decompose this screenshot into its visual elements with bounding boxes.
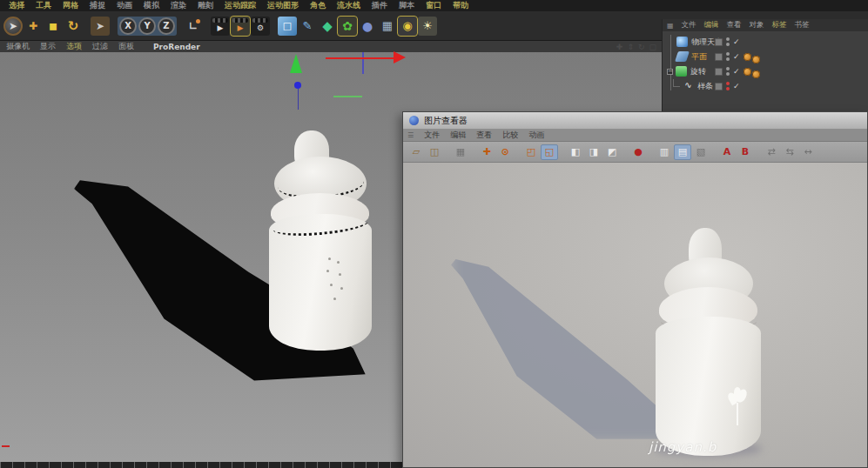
om-menu-objects[interactable]: 对象 xyxy=(750,20,764,30)
y-axis-arrow[interactable] xyxy=(290,54,302,73)
fit-horizontal-icon[interactable]: ◨ xyxy=(585,144,602,160)
texture-tag-icon[interactable] xyxy=(744,53,751,61)
menu-pipeline[interactable]: 流水线 xyxy=(337,0,360,11)
volume-icon[interactable]: ● xyxy=(358,17,377,36)
light-icon[interactable]: ☀ xyxy=(418,17,437,36)
viewport-toggle-icon[interactable]: ▢ xyxy=(649,43,656,51)
menu-mesh[interactable]: 网格 xyxy=(63,0,78,11)
ab-compare-icon[interactable]: ▧ xyxy=(692,144,710,160)
open-file-icon[interactable]: ▱ xyxy=(407,144,425,160)
object-row-physical-sky[interactable]: 物理天空 ✓ xyxy=(663,35,868,49)
object-label[interactable]: 旋转 xyxy=(690,66,706,77)
pv-menu-animation[interactable]: 动画 xyxy=(528,130,544,141)
pv-menu-view[interactable]: 查看 xyxy=(476,130,492,141)
set-as-b-icon[interactable]: B xyxy=(737,144,754,160)
fit-to-view-icon[interactable]: ◧ xyxy=(567,144,584,160)
menu-sculpt[interactable]: 雕刻 xyxy=(198,0,213,11)
menu-window[interactable]: 窗口 xyxy=(426,0,441,11)
rendered-image[interactable]: jingyan.b xyxy=(403,163,867,467)
zoom-view-icon[interactable]: ⊙ xyxy=(496,144,514,160)
hamburger-icon[interactable]: ☰ xyxy=(407,131,414,139)
floor-environment-icon[interactable]: ▦ xyxy=(378,17,397,36)
z-axis-handle[interactable] xyxy=(294,82,301,89)
visibility-dots[interactable] xyxy=(726,67,730,76)
layer-toggle[interactable] xyxy=(715,68,723,76)
collapse-icon[interactable]: − xyxy=(667,69,673,75)
viewport-menu-display[interactable]: 显示 xyxy=(40,41,56,52)
visibility-dots-red[interactable] xyxy=(726,82,730,90)
render-settings-icon[interactable]: ⚙ xyxy=(251,17,270,36)
deformer-icon[interactable]: ✿ xyxy=(338,17,357,36)
pv-menu-compare[interactable]: 比较 xyxy=(502,130,518,141)
viewport-menu-cameras[interactable]: 摄像机 xyxy=(6,41,30,52)
dual-view-icon[interactable]: ▤ xyxy=(674,144,691,160)
menu-script[interactable]: 脚本 xyxy=(399,0,414,11)
swap-ab-icon[interactable]: ⇄ xyxy=(763,144,780,160)
viewport-menu-panel[interactable]: 面板 xyxy=(118,41,134,52)
menu-animate[interactable]: 动画 xyxy=(117,0,132,11)
panel-grid-icon[interactable]: ▦ xyxy=(667,22,674,30)
layer-toggle[interactable] xyxy=(715,53,723,61)
visibility-dots[interactable] xyxy=(726,37,730,46)
texture-tag-icon[interactable] xyxy=(752,70,760,78)
object-label[interactable]: 样条 xyxy=(697,81,713,92)
enable-check-icon[interactable]: ✓ xyxy=(733,67,740,76)
link-ab-icon[interactable]: ⇆ xyxy=(781,144,798,160)
render-view-icon[interactable]: ▶ xyxy=(211,17,230,36)
set-as-a-icon[interactable]: A xyxy=(718,144,736,160)
enable-check-icon[interactable]: ✓ xyxy=(733,52,740,61)
move-view-icon[interactable]: ✚ xyxy=(478,144,495,160)
pv-menu-edit[interactable]: 编辑 xyxy=(450,130,466,141)
viewport-zoom-icon[interactable]: ⇕ xyxy=(627,43,634,51)
viewport-menu-prorender[interactable]: ProRender xyxy=(153,43,200,51)
enable-check-icon[interactable]: ✓ xyxy=(733,82,740,90)
spline-pen-icon[interactable]: ✎ xyxy=(298,17,317,36)
fit-vertical-icon[interactable]: ◩ xyxy=(603,144,621,160)
menu-help[interactable]: 帮助 xyxy=(453,0,468,11)
om-menu-view[interactable]: 查看 xyxy=(727,20,742,30)
menu-plugins[interactable]: 插件 xyxy=(372,0,387,11)
picture-viewer-titlebar[interactable]: 图片查看器 xyxy=(403,112,867,130)
visibility-dots[interactable] xyxy=(726,52,730,61)
layer-toggle[interactable] xyxy=(715,38,723,46)
menu-simulate[interactable]: 模拟 xyxy=(144,0,159,11)
offset-ab-icon[interactable]: ↔ xyxy=(799,144,817,160)
om-menu-edit[interactable]: 编辑 xyxy=(704,20,719,30)
ram-player-icon[interactable]: ● xyxy=(629,144,647,160)
rotate-tool-icon[interactable]: ↻ xyxy=(64,17,83,36)
live-selection-icon[interactable]: ➤ xyxy=(3,17,23,36)
object-row-lathe[interactable]: − 旋转 ✓ xyxy=(663,64,868,78)
histogram-icon[interactable]: ▦ xyxy=(452,144,469,160)
menu-mograph[interactable]: 运动图形 xyxy=(267,0,299,11)
object-label[interactable]: 平面 xyxy=(691,51,707,63)
previous-tool-icon[interactable]: ➤ xyxy=(91,17,110,36)
lock-x-axis-icon[interactable]: X xyxy=(119,17,137,35)
menu-render[interactable]: 渲染 xyxy=(171,0,186,11)
menu-snap[interactable]: 捕捉 xyxy=(90,0,105,11)
move-tool-icon[interactable]: ✚ xyxy=(24,17,43,36)
render-picture-viewer-icon[interactable]: ▶ xyxy=(231,17,250,36)
coordinate-system-icon[interactable]: ∟ xyxy=(184,17,203,36)
save-image-icon[interactable]: ◫ xyxy=(426,144,443,160)
object-row-plane[interactable]: 平面 ✓ xyxy=(663,50,868,64)
lock-y-axis-icon[interactable]: Y xyxy=(138,17,156,35)
viewport-menu-options[interactable]: 选项 xyxy=(66,41,82,52)
layer-toggle[interactable] xyxy=(715,83,723,90)
viewport-menu-filter[interactable]: 过滤 xyxy=(92,41,108,52)
viewport-rotate-icon[interactable]: ↻ xyxy=(638,43,645,51)
menu-motion-tracker[interactable]: 运动跟踪 xyxy=(225,0,256,11)
add-cube-icon[interactable]: ◻ xyxy=(278,17,297,36)
om-menu-bookmarks[interactable]: 书签 xyxy=(795,20,810,30)
zoom-100-icon[interactable]: ◰ xyxy=(522,144,540,160)
texture-tag-icon[interactable] xyxy=(744,68,751,76)
object-row-spline[interactable]: ∿ 样条 ✓ xyxy=(663,79,868,93)
viewport-pan-icon[interactable]: ✚ xyxy=(616,43,623,51)
menu-character[interactable]: 角色 xyxy=(310,0,326,11)
lock-z-axis-icon[interactable]: Z xyxy=(158,17,175,35)
enable-check-icon[interactable]: ✓ xyxy=(733,37,740,46)
texture-tag-icon[interactable] xyxy=(752,56,760,64)
menu-select[interactable]: 选择 xyxy=(9,0,24,11)
subdivision-surface-icon[interactable]: ◆ xyxy=(318,17,337,36)
om-menu-tags[interactable]: 标签 xyxy=(772,20,787,30)
menu-tools[interactable]: 工具 xyxy=(36,0,51,11)
